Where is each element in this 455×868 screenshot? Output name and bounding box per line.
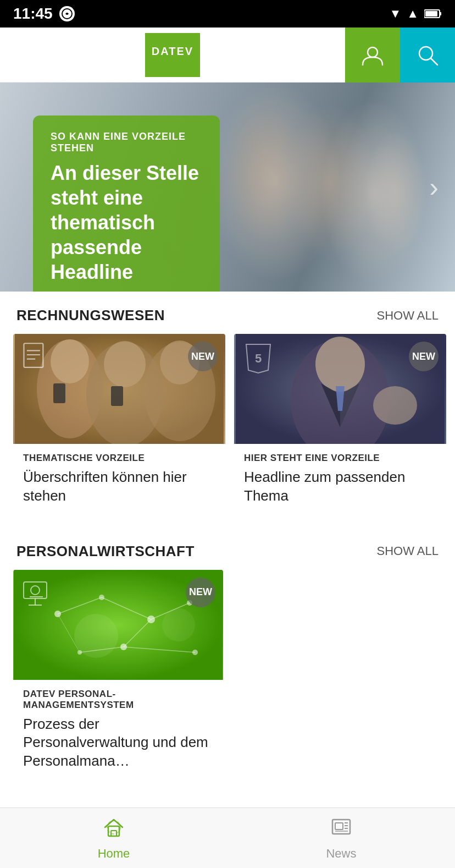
card-globe-icon <box>21 578 54 613</box>
svg-rect-16 <box>53 383 65 403</box>
nav-item-home[interactable]: Home <box>0 810 228 866</box>
svg-rect-2 <box>440 12 441 15</box>
card-image-personal: NEW <box>13 570 223 680</box>
news-icon <box>330 815 353 843</box>
cards-row-rechnungswesen: NEW THEMATISCHE VORZEILE Überschriften k… <box>0 334 455 517</box>
section-rechnungswesen: RECHNUNGSWESEN SHOW ALL <box>0 292 455 528</box>
hero-title: An dieser Stelle steht eine thematisch p… <box>51 161 202 284</box>
card-image-2: 5 NEW <box>234 334 446 444</box>
svg-rect-18 <box>24 343 43 367</box>
section-title-personalwirtschaft: PERSONALWIRTSCHAFT <box>16 543 195 560</box>
battery-icon <box>424 5 442 23</box>
header: DATEV <box>0 28 455 83</box>
card-body-personal: DATEV PERSONAL-MANAGEMENTSYSTEM Prozess … <box>13 680 223 782</box>
svg-rect-3 <box>425 11 437 17</box>
bottom-nav: Home News <box>0 807 455 868</box>
svg-rect-17 <box>111 386 123 406</box>
card-title-personal: Prozess der Personalverwaltung und dem P… <box>23 715 213 771</box>
account-button[interactable] <box>345 28 400 83</box>
card-supertitle-2: HIER STEHT EINE VORZEILE <box>244 453 436 464</box>
section-title-rechnungswesen: RECHNUNGSWESEN <box>16 307 165 324</box>
app-icon <box>59 6 75 21</box>
card-doc-icon-1 <box>21 342 54 377</box>
signal-icon: ▲ <box>407 7 419 21</box>
svg-point-28 <box>373 386 417 425</box>
section-personalwirtschaft: PERSONALWIRTSCHAFT SHOW ALL <box>0 528 455 793</box>
section-header-rechnungswesen: RECHNUNGSWESEN SHOW ALL <box>0 292 455 334</box>
time-display: 11:45 <box>13 5 53 23</box>
svg-point-13 <box>104 341 146 387</box>
svg-text:DATEV: DATEV <box>152 45 193 57</box>
svg-point-60 <box>107 821 120 834</box>
show-all-personalwirtschaft[interactable]: SHOW ALL <box>377 544 439 558</box>
status-bar: 11:45 ▼ ▲ <box>0 0 455 28</box>
card-title-2: Headline zum passenden Thema <box>244 468 436 506</box>
hero-supertitle: SO KANN EINE VORZEILE STEHEN <box>51 131 202 154</box>
cards-row-personalwirtschaft: NEW DATEV PERSONAL-MANAGEMENTSYSTEM Proz… <box>0 570 455 782</box>
svg-line-8 <box>431 58 437 65</box>
hero-banner: SO KANN EINE VORZEILE STEHEN An dieser S… <box>0 83 455 292</box>
svg-rect-62 <box>335 823 343 829</box>
home-icon <box>102 815 125 843</box>
svg-point-46 <box>74 614 118 658</box>
nav-label-news: News <box>326 847 356 861</box>
header-logo: DATEV <box>0 33 345 77</box>
card-rechnungswesen-2[interactable]: 5 NEW HIER STEHT EINE VORZEILE Headline … <box>234 334 446 517</box>
nav-item-news[interactable]: News <box>228 810 455 866</box>
section-header-personalwirtschaft: PERSONALWIRTSCHAFT SHOW ALL <box>0 528 455 570</box>
new-badge-1: NEW <box>188 342 218 371</box>
svg-point-49 <box>31 586 40 595</box>
card-personalwirtschaft-1[interactable]: NEW DATEV PERSONAL-MANAGEMENTSYSTEM Proz… <box>13 570 223 782</box>
svg-point-11 <box>51 339 89 383</box>
datev-logo: DATEV <box>145 33 200 77</box>
new-badge-2: NEW <box>409 342 439 371</box>
svg-point-24 <box>315 337 365 392</box>
card-html5-icon: 5 <box>242 342 275 377</box>
hero-text-box: SO KANN EINE VORZEILE STEHEN An dieser S… <box>33 116 220 292</box>
card-title-1: Überschriften können hier stehen <box>23 468 215 506</box>
show-all-rechnungswesen[interactable]: SHOW ALL <box>377 309 439 323</box>
svg-text:5: 5 <box>255 351 262 365</box>
card-image-1: NEW <box>13 334 225 444</box>
svg-point-47 <box>162 608 195 641</box>
hero-next-button[interactable]: › <box>429 171 439 203</box>
card-body-2: HIER STEHT EINE VORZEILE Headline zum pa… <box>234 444 446 517</box>
wifi-icon: ▼ <box>389 7 401 21</box>
svg-rect-48 <box>24 582 47 598</box>
card-supertitle-personal: DATEV PERSONAL-MANAGEMENTSYSTEM <box>23 689 213 711</box>
search-button[interactable] <box>400 28 455 83</box>
svg-point-6 <box>368 47 378 57</box>
card-body-1: THEMATISCHE VORZEILE Überschriften könne… <box>13 444 225 517</box>
new-badge-personal: NEW <box>186 578 215 607</box>
nav-label-home: Home <box>98 847 130 861</box>
card-rechnungswesen-1[interactable]: NEW THEMATISCHE VORZEILE Überschriften k… <box>13 334 225 517</box>
card-supertitle-1: THEMATISCHE VORZEILE <box>23 453 215 464</box>
